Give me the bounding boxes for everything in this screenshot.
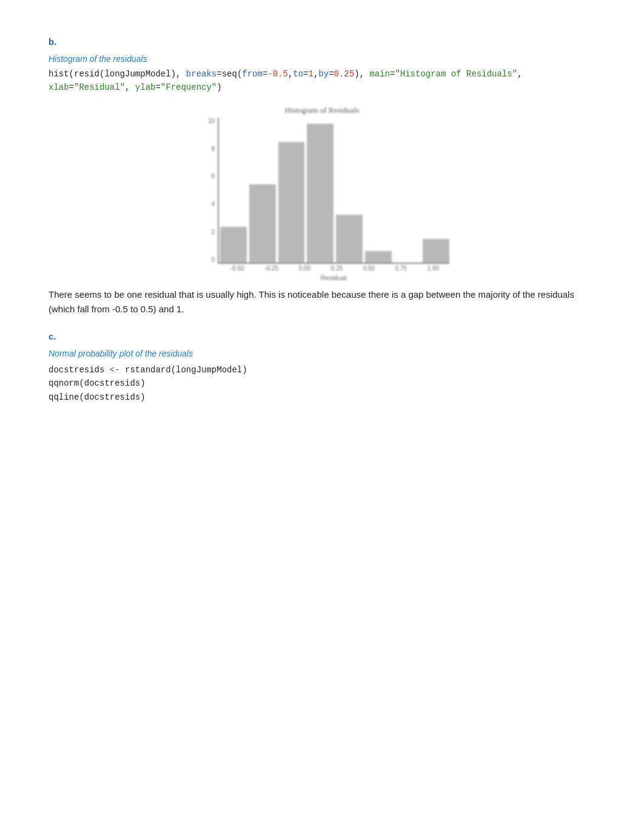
x-label-4: 0.25 [331, 265, 343, 272]
y-label-4: 4 [211, 201, 215, 207]
section-b-label: b. [49, 36, 595, 47]
histogram-chart: Histogram of Residuals 10 8 6 4 2 0 [49, 106, 595, 281]
code-line-1: docstresids <- rstandard(longJumpModel) [49, 363, 595, 377]
code-to-val: 1 [309, 69, 314, 79]
code-arrow: <- [110, 365, 120, 375]
y-label-8: 8 [211, 146, 215, 152]
code-xlab-val: "Residual" [74, 82, 125, 92]
code-docstresids: docstresids [49, 365, 110, 375]
section-c-label: c. [49, 331, 595, 341]
code-main-val: "Histogram of Residuals" [395, 69, 517, 79]
y-label-6: 6 [211, 173, 215, 179]
y-label-0: 0 [211, 257, 215, 263]
section-b: b. Histogram of the residuals hist(resid… [49, 36, 595, 317]
histogram-heading: Histogram of the residuals [49, 54, 595, 64]
code-xlab-kw: xlab [49, 82, 69, 92]
code-by-val: 0.25 [334, 69, 355, 79]
code-main-kw: main [369, 69, 390, 79]
bar-5 [336, 215, 363, 263]
code-to-kw: to [293, 69, 303, 79]
code-seq: seq( [222, 69, 243, 79]
code-line-2: qqnorm(docstresids) [49, 377, 595, 390]
code-ylab-val: "Frequency" [161, 82, 216, 92]
code-ylab-kw: ylab [135, 82, 156, 92]
x-label-3: 0.00 [299, 265, 310, 272]
bar-3 [278, 142, 305, 263]
bar-8 [423, 239, 449, 263]
code-rstandard: rstandard(longJumpModel) [120, 365, 247, 375]
bar-1 [220, 227, 247, 263]
code-breaks-kw: breaks [186, 69, 216, 79]
x-label-1: -0.50 [230, 265, 244, 272]
section-c: c. Normal probability plot of the residu… [49, 331, 595, 404]
code-from-kw: from [242, 69, 263, 79]
code-line-3: qqline(docstresids) [49, 391, 595, 404]
code-from-val: -0.5 [267, 69, 288, 79]
x-label-2: -0.25 [264, 265, 278, 272]
description-text: There seems to be one residual that is u… [49, 287, 595, 317]
chart-title: Histogram of Residuals [195, 106, 449, 115]
normal-prob-heading: Normal probability plot of the residuals [49, 349, 595, 358]
bar-4 [307, 124, 334, 263]
x-label-6: 0.75 [395, 265, 407, 272]
code-qqline: qqline(docstresids) [49, 392, 146, 402]
x-axis-label: Residual [218, 274, 449, 281]
code-by-kw: by [318, 69, 329, 79]
code-hist: hist(resid(longJumpModel), [49, 69, 186, 79]
x-label-5: 0.50 [363, 265, 375, 272]
x-label-7: 1.00 [428, 265, 439, 272]
normal-prob-code: docstresids <- rstandard(longJumpModel) … [49, 363, 595, 404]
histogram-code: hist(resid(longJumpModel), breaks=seq(fr… [49, 67, 595, 95]
y-label-10: 10 [208, 118, 215, 124]
y-label-2: 2 [211, 229, 215, 235]
bar-6 [365, 251, 392, 263]
code-qqnorm: qqnorm(docstresids) [49, 378, 146, 388]
bar-2 [249, 184, 276, 263]
